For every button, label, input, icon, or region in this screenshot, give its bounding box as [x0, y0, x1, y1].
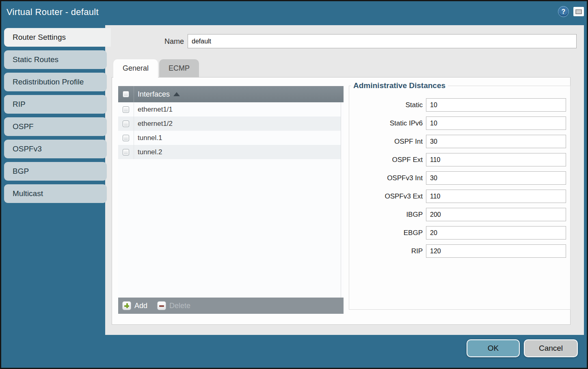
sidebar-item-ospfv3[interactable]: OSPFv3: [4, 140, 107, 158]
ospf-int-input[interactable]: [426, 135, 566, 148]
dialog-frame: Virtual Router - default ? Router Settin…: [1, 1, 587, 368]
window-restore-icon-inner: [575, 9, 582, 14]
ad-row-ospfv3-int: OSPFv3 Int: [349, 171, 570, 185]
interfaces-table-header: Interfaces: [118, 86, 344, 102]
ospfv3-ext-input[interactable]: [426, 190, 566, 203]
interface-name: ethernet1/2: [134, 117, 173, 131]
sidebar-item-static-routes[interactable]: Static Routes: [4, 50, 107, 69]
ibgp-input[interactable]: [426, 208, 566, 221]
tab-ecmp[interactable]: ECMP: [159, 59, 199, 78]
row-checkbox-cell: [118, 131, 134, 145]
interfaces-column-header[interactable]: Interfaces: [134, 86, 180, 102]
interfaces-table-body: ethernet1/1 ethernet1/2 tu: [118, 102, 344, 298]
static-ipv6-input[interactable]: [426, 117, 566, 130]
tab-general[interactable]: General: [113, 59, 158, 78]
ad-row-ospf-int: OSPF Int: [349, 135, 570, 148]
row-checkbox-cell: [118, 145, 134, 159]
ad-row-ebgp: EBGP: [349, 226, 570, 240]
administrative-distances-fieldset: Administrative Distances Static Static I…: [349, 81, 571, 310]
sidebar-item-router-settings[interactable]: Router Settings: [4, 28, 111, 47]
administrative-distances-rows: Static Static IPv6 OSPF Int OSPF Ex: [349, 90, 570, 258]
add-button[interactable]: Add: [122, 301, 147, 310]
static-input[interactable]: [426, 98, 566, 112]
table-scrollbar[interactable]: [341, 102, 344, 298]
content-panel: Name General ECMP Interfaces: [105, 25, 584, 335]
interfaces-table-footer: Add Delete: [118, 298, 344, 314]
interfaces-column-label: Interfaces: [138, 90, 170, 99]
ospf-ext-label: OSPF Ext: [392, 156, 426, 164]
help-icon[interactable]: ?: [558, 6, 569, 17]
ok-button[interactable]: OK: [467, 339, 520, 357]
table-row[interactable]: ethernet1/2: [118, 117, 344, 131]
interface-name: tunnel.1: [134, 131, 162, 145]
table-row[interactable]: tunnel.2: [118, 145, 344, 159]
row-checkbox-cell: [118, 102, 134, 117]
ad-row-static: Static: [349, 98, 570, 112]
sidebar-item-redistribution-profile[interactable]: Redistribution Profile: [4, 73, 107, 91]
virtual-router-dialog: Virtual Router - default ? Router Settin…: [0, 0, 588, 369]
row-checkbox[interactable]: [123, 121, 129, 127]
rip-input[interactable]: [426, 244, 566, 258]
row-checkbox[interactable]: [123, 106, 129, 113]
sidebar-item-rip[interactable]: RIP: [4, 95, 107, 114]
ad-row-ospf-ext: OSPF Ext: [349, 153, 570, 166]
ad-row-rip: RIP: [349, 244, 570, 258]
cancel-button[interactable]: Cancel: [524, 339, 578, 357]
ad-row-ibgp: IBGP: [349, 208, 570, 221]
add-button-label: Add: [134, 302, 147, 310]
row-checkbox[interactable]: [123, 149, 129, 155]
ospfv3-int-label: OSPFv3 Int: [387, 174, 426, 182]
delete-button[interactable]: Delete: [157, 301, 190, 310]
ad-row-ospfv3-ext: OSPFv3 Ext: [349, 190, 570, 203]
static-label: Static: [405, 101, 426, 109]
sidebar-item-ospf[interactable]: OSPF: [4, 117, 107, 136]
ospfv3-int-input[interactable]: [426, 171, 566, 185]
sidebar-item-multicast[interactable]: Multicast: [4, 184, 107, 203]
static-ipv6-label: Static IPv6: [390, 119, 426, 127]
ospf-int-label: OSPF Int: [394, 138, 426, 146]
ospf-ext-input[interactable]: [426, 153, 566, 166]
table-row[interactable]: ethernet1/1: [118, 102, 344, 117]
rip-label: RIP: [411, 247, 426, 255]
sidebar: Router Settings Static Routes Redistribu…: [4, 28, 107, 207]
ebgp-label: EBGP: [404, 229, 426, 237]
sort-ascending-icon: [173, 92, 180, 96]
interfaces-table: Interfaces ethernet1/1: [118, 86, 344, 314]
select-all-cell: [118, 86, 134, 102]
general-tab-panel: Interfaces ethernet1/1: [112, 77, 571, 325]
window-restore-icon[interactable]: [573, 7, 584, 16]
interface-name: ethernet1/1: [134, 102, 173, 117]
name-label: Name: [164, 37, 184, 46]
select-all-checkbox[interactable]: [123, 91, 129, 97]
administrative-distances-legend: Administrative Distances: [351, 81, 448, 90]
name-input[interactable]: [188, 34, 577, 48]
interface-name: tunnel.2: [134, 145, 162, 159]
row-checkbox-cell: [118, 117, 134, 131]
delete-minus-icon: [157, 301, 166, 310]
row-checkbox[interactable]: [123, 135, 129, 141]
dialog-title: Virtual Router - default: [6, 7, 99, 17]
table-row[interactable]: tunnel.1: [118, 131, 344, 145]
ad-row-static-ipv6: Static IPv6: [349, 117, 570, 130]
ibgp-label: IBGP: [406, 211, 426, 219]
ospfv3-ext-label: OSPFv3 Ext: [385, 192, 426, 201]
ebgp-input[interactable]: [426, 226, 566, 240]
delete-button-label: Delete: [169, 302, 190, 310]
sidebar-item-bgp[interactable]: BGP: [4, 162, 107, 181]
add-plus-icon: [122, 301, 131, 310]
